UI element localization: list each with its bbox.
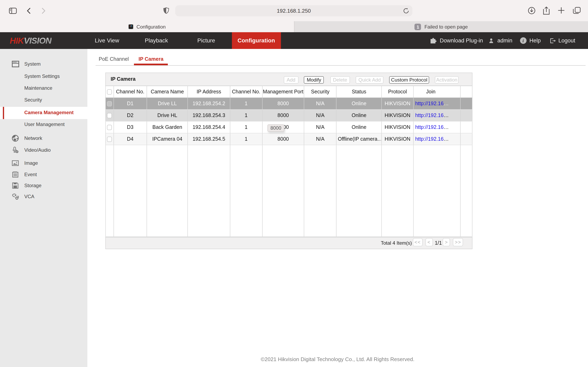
svg-text:i: i <box>522 38 524 43</box>
